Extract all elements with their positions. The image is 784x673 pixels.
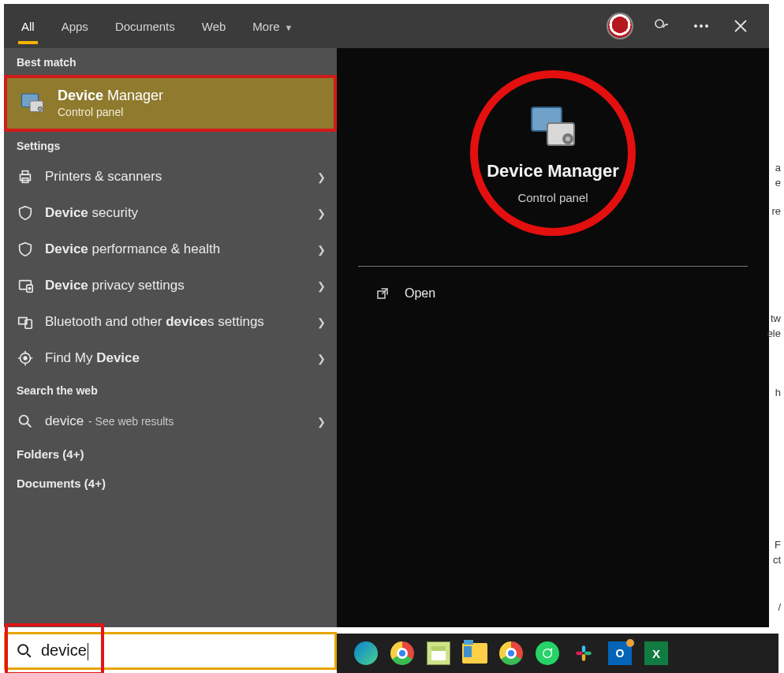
taskbar-slack[interactable] — [570, 640, 597, 667]
tab-more[interactable]: More▼ — [249, 12, 296, 41]
svg-point-24 — [18, 645, 28, 654]
row-label: Device security — [45, 205, 317, 221]
section-best-match: Best match — [4, 48, 337, 75]
feedback-icon[interactable] — [651, 15, 673, 37]
bg-fragment: tw — [771, 312, 781, 324]
best-match-title: Device Manager — [58, 88, 163, 104]
web-search-row[interactable]: device - See web results ❯ — [4, 403, 337, 439]
text-cursor — [88, 643, 88, 660]
row-label: Bluetooth and other devices settings — [45, 314, 317, 330]
start-search-panel: All Apps Documents Web More▼ Best match — [4, 4, 769, 627]
taskbar-file-explorer[interactable] — [461, 640, 488, 667]
settings-item-bluetooth[interactable]: Bluetooth and other devices settings ❯ — [4, 304, 337, 340]
device-manager-icon — [18, 89, 47, 118]
results-list: Best match Device Manager Control panel … — [4, 48, 337, 627]
chevron-right-icon: ❯ — [317, 244, 326, 256]
taskbar-outlook[interactable]: O — [607, 640, 633, 667]
svg-point-18 — [20, 416, 28, 424]
settings-item-printers[interactable]: Printers & scanners ❯ — [4, 159, 337, 195]
privacy-icon — [15, 275, 35, 296]
taskbar-edge[interactable] — [353, 640, 379, 667]
printer-icon — [15, 166, 35, 187]
row-label: Device privacy settings — [45, 278, 317, 294]
settings-item-device-privacy[interactable]: Device privacy settings ❯ — [4, 267, 337, 304]
svg-point-13 — [28, 288, 30, 290]
chevron-right-icon: ❯ — [317, 353, 326, 365]
shield-icon — [15, 203, 35, 223]
best-match-subtitle: Control panel — [58, 106, 163, 118]
tab-apps[interactable]: Apps — [58, 12, 91, 41]
close-icon[interactable] — [730, 15, 752, 37]
search-input-text: device — [41, 641, 88, 660]
device-manager-large-icon — [525, 103, 581, 155]
search-filter-tabs: All Apps Documents Web More▼ — [4, 4, 769, 48]
chevron-right-icon: ❯ — [317, 171, 326, 183]
tab-documents[interactable]: Documents — [112, 12, 178, 41]
svg-point-17 — [24, 357, 27, 360]
bg-fragment: ct — [773, 554, 781, 566]
taskbar-excel[interactable]: X — [643, 640, 670, 667]
bg-fragment: ele — [767, 327, 781, 339]
settings-item-device-security[interactable]: Device security ❯ — [4, 195, 337, 231]
section-settings: Settings — [4, 132, 337, 159]
svg-rect-27 — [582, 654, 585, 661]
tab-all[interactable]: All — [18, 12, 38, 41]
action-open[interactable]: Open — [337, 267, 769, 320]
bg-fragment: a — [775, 162, 781, 174]
chevron-right-icon: ❯ — [317, 208, 326, 219]
devices-icon — [15, 312, 35, 332]
tab-web[interactable]: Web — [199, 12, 230, 41]
svg-point-1 — [694, 24, 696, 27]
row-label: Device performance & health — [45, 241, 317, 257]
svg-point-0 — [655, 20, 663, 28]
bg-fragment: e — [775, 177, 781, 189]
svg-point-22 — [566, 136, 570, 141]
svg-rect-25 — [582, 645, 585, 652]
taskbar-whatsapp[interactable] — [534, 640, 561, 667]
bg-fragment: / — [778, 601, 781, 613]
section-search-web: Search the web — [4, 376, 337, 403]
result-preview-pane: Device Manager Control panel Open — [337, 48, 769, 627]
taskbar: O X — [337, 634, 778, 673]
preview-subtitle: Control panel — [517, 191, 588, 204]
svg-point-2 — [700, 24, 702, 27]
search-icon — [15, 411, 35, 432]
taskbar-search-box[interactable]: device — [4, 632, 337, 670]
shield-icon — [15, 239, 35, 260]
section-folders[interactable]: Folders (4+) — [4, 439, 337, 469]
open-icon — [375, 286, 390, 301]
action-open-label: Open — [405, 286, 435, 301]
svg-rect-26 — [576, 652, 583, 655]
svg-point-3 — [705, 24, 707, 27]
svg-rect-9 — [22, 171, 28, 175]
preview-title: Device Manager — [487, 161, 619, 181]
user-avatar[interactable] — [607, 13, 633, 39]
best-match-device-manager[interactable]: Device Manager Control panel — [4, 75, 337, 132]
search-icon — [16, 642, 33, 660]
bg-fragment: F — [775, 539, 781, 551]
taskbar-chrome-2[interactable] — [498, 640, 525, 667]
chevron-right-icon: ❯ — [317, 416, 326, 428]
section-documents[interactable]: Documents (4+) — [4, 469, 337, 498]
svg-point-7 — [39, 107, 41, 110]
web-search-label: device - See web results — [45, 413, 317, 429]
taskbar-chrome[interactable] — [389, 640, 416, 667]
more-options-icon[interactable] — [690, 15, 712, 37]
chevron-right-icon: ❯ — [317, 280, 326, 292]
row-label: Find My Device — [45, 350, 317, 366]
chevron-down-icon: ▼ — [285, 23, 293, 32]
settings-item-find-my-device[interactable]: Find My Device ❯ — [4, 340, 337, 376]
taskbar-notepad[interactable] — [425, 640, 452, 667]
chevron-right-icon: ❯ — [317, 316, 326, 328]
annotation-circle: Device Manager Control panel — [470, 70, 636, 236]
svg-rect-28 — [584, 652, 592, 655]
row-label: Printers & scanners — [45, 169, 317, 185]
bg-fragment: h — [775, 387, 781, 398]
settings-item-device-performance[interactable]: Device performance & health ❯ — [4, 231, 337, 267]
locate-icon — [15, 348, 35, 368]
bg-fragment: re — [771, 205, 781, 217]
